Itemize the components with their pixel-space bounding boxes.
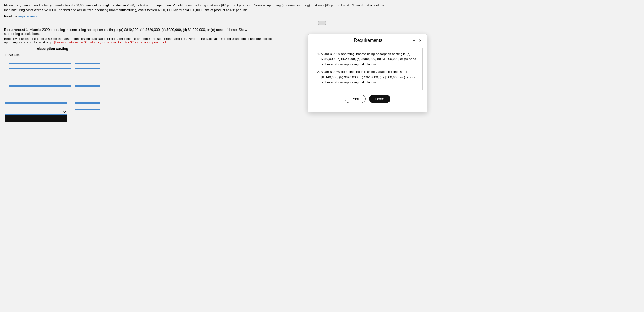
modal-overlay: Requirements − ✕ Miami's 2020 operating … [0, 0, 644, 125]
print-button[interactable]: Print [345, 95, 366, 103]
list-item: Miami's 2020 operating income using abso… [321, 51, 419, 67]
modal-body: Miami's 2020 operating income using abso… [308, 45, 427, 112]
modal-close-button[interactable]: ✕ [418, 38, 423, 43]
requirements-list: Miami's 2020 operating income using abso… [316, 51, 419, 85]
modal-footer: Print Done [313, 95, 423, 108]
modal-minimize-button[interactable]: − [412, 38, 416, 43]
modal-header: Requirements − ✕ [308, 34, 427, 45]
requirements-modal: Requirements − ✕ Miami's 2020 operating … [308, 34, 427, 112]
requirements-box: Miami's 2020 operating income using abso… [313, 48, 423, 90]
modal-title: Requirements [324, 38, 412, 43]
list-item: Miami's 2020 operating income using vari… [321, 69, 419, 85]
modal-controls: − ✕ [412, 38, 423, 43]
done-button[interactable]: Done [369, 95, 390, 103]
